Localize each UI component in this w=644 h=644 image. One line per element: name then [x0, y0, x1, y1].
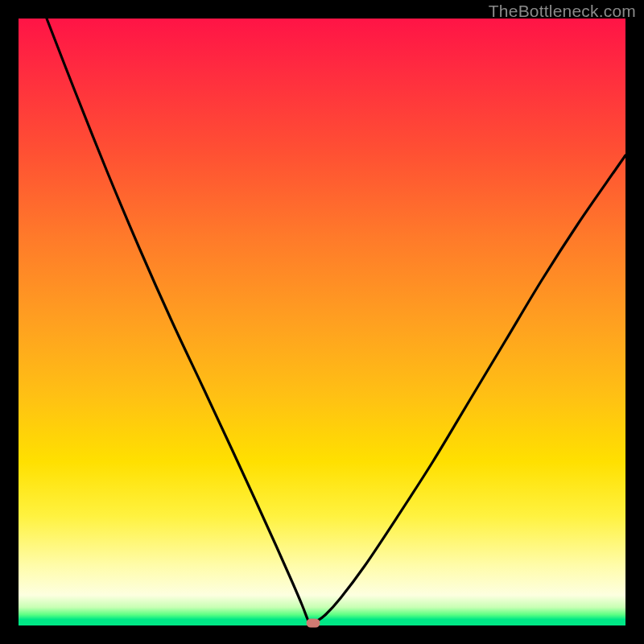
- plot-area: [19, 19, 625, 625]
- chart-frame: TheBottleneck.com: [0, 0, 644, 644]
- optimum-marker: [307, 619, 320, 628]
- bottleneck-curve: [19, 19, 625, 625]
